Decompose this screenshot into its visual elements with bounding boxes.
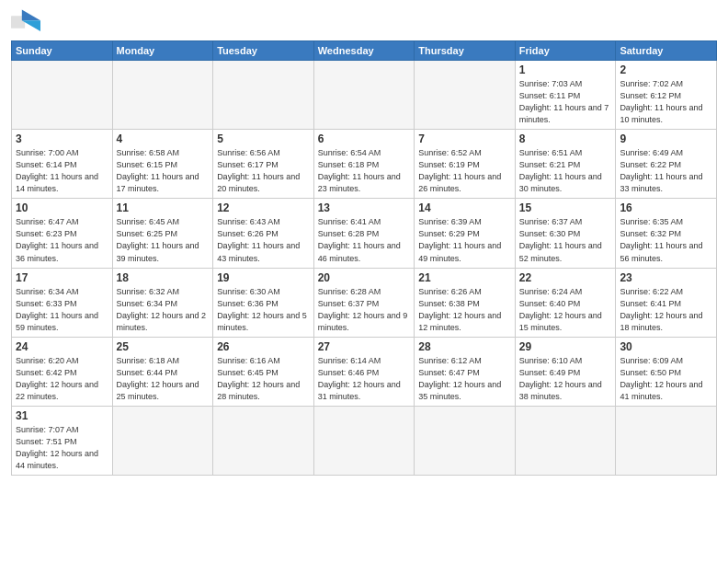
day-info: Sunrise: 6:26 AM Sunset: 6:38 PM Dayligh… [418,286,511,334]
day-info: Sunrise: 6:32 AM Sunset: 6:34 PM Dayligh… [117,286,210,334]
day-info: Sunrise: 6:16 AM Sunset: 6:45 PM Dayligh… [217,355,310,403]
day-info: Sunrise: 6:20 AM Sunset: 6:42 PM Dayligh… [16,355,108,403]
day-number: 9 [620,132,712,145]
calendar-cell: 9Sunrise: 6:49 AM Sunset: 6:22 PM Daylig… [616,130,717,199]
calendar-header-monday: Monday [112,41,213,61]
day-info: Sunrise: 6:22 AM Sunset: 6:41 PM Dayligh… [620,286,712,334]
day-number: 6 [318,132,411,145]
calendar-header-sunday: Sunday [12,41,113,61]
calendar-cell: 17Sunrise: 6:34 AM Sunset: 6:33 PM Dayli… [12,268,113,337]
day-number: 14 [418,201,511,214]
day-info: Sunrise: 6:10 AM Sunset: 6:49 PM Dayligh… [519,355,612,403]
calendar-cell [313,406,415,475]
calendar-cell: 29Sunrise: 6:10 AM Sunset: 6:49 PM Dayli… [515,337,616,406]
calendar-cell: 23Sunrise: 6:22 AM Sunset: 6:41 PM Dayli… [616,268,717,337]
page: SundayMondayTuesdayWednesdayThursdayFrid… [0,0,728,563]
day-number: 19 [217,271,310,284]
day-info: Sunrise: 6:24 AM Sunset: 6:40 PM Dayligh… [519,286,612,334]
calendar-cell: 12Sunrise: 6:43 AM Sunset: 6:26 PM Dayli… [213,199,314,268]
calendar-cell: 8Sunrise: 6:51 AM Sunset: 6:21 PM Daylig… [515,130,616,199]
day-number: 16 [620,201,712,214]
day-number: 25 [117,340,210,353]
calendar-cell [12,61,113,130]
day-number: 15 [519,201,612,214]
day-number: 20 [318,271,411,284]
calendar-cell: 19Sunrise: 6:30 AM Sunset: 6:36 PM Dayli… [213,268,314,337]
day-info: Sunrise: 6:58 AM Sunset: 6:15 PM Dayligh… [117,147,210,195]
calendar-cell: 18Sunrise: 6:32 AM Sunset: 6:34 PM Dayli… [112,268,213,337]
day-info: Sunrise: 6:37 AM Sunset: 6:30 PM Dayligh… [519,216,612,264]
day-info: Sunrise: 7:02 AM Sunset: 6:12 PM Dayligh… [620,78,712,126]
calendar-header-tuesday: Tuesday [213,41,314,61]
calendar-cell: 16Sunrise: 6:35 AM Sunset: 6:32 PM Dayli… [616,199,717,268]
day-info: Sunrise: 6:18 AM Sunset: 6:44 PM Dayligh… [117,355,210,403]
day-number: 30 [620,340,712,353]
calendar-table: SundayMondayTuesdayWednesdayThursdayFrid… [11,40,717,476]
calendar-cell: 5Sunrise: 6:56 AM Sunset: 6:17 PM Daylig… [213,130,314,199]
calendar-cell [415,406,516,475]
day-info: Sunrise: 6:34 AM Sunset: 6:33 PM Dayligh… [16,286,108,334]
calendar-cell: 1Sunrise: 7:03 AM Sunset: 6:11 PM Daylig… [515,61,616,130]
day-number: 10 [16,201,108,214]
day-info: Sunrise: 6:54 AM Sunset: 6:18 PM Dayligh… [318,147,411,195]
calendar-week-5: 24Sunrise: 6:20 AM Sunset: 6:42 PM Dayli… [12,337,717,406]
day-info: Sunrise: 7:00 AM Sunset: 6:14 PM Dayligh… [16,147,108,195]
day-info: Sunrise: 6:45 AM Sunset: 6:25 PM Dayligh… [117,216,210,264]
day-info: Sunrise: 6:41 AM Sunset: 6:28 PM Dayligh… [318,216,411,264]
calendar-cell: 20Sunrise: 6:28 AM Sunset: 6:37 PM Dayli… [313,268,415,337]
calendar-header-thursday: Thursday [415,41,516,61]
day-info: Sunrise: 6:09 AM Sunset: 6:50 PM Dayligh… [620,355,712,403]
calendar-cell: 6Sunrise: 6:54 AM Sunset: 6:18 PM Daylig… [313,130,415,199]
calendar-week-1: 1Sunrise: 7:03 AM Sunset: 6:11 PM Daylig… [12,61,717,130]
calendar-cell [213,61,314,130]
calendar-cell: 4Sunrise: 6:58 AM Sunset: 6:15 PM Daylig… [112,130,213,199]
calendar-cell: 21Sunrise: 6:26 AM Sunset: 6:38 PM Dayli… [415,268,516,337]
day-number: 4 [117,132,210,145]
logo [11,9,44,35]
day-info: Sunrise: 6:12 AM Sunset: 6:47 PM Dayligh… [418,355,511,403]
day-number: 28 [418,340,511,353]
day-info: Sunrise: 6:43 AM Sunset: 6:26 PM Dayligh… [217,216,310,264]
calendar-cell [616,406,717,475]
calendar-week-3: 10Sunrise: 6:47 AM Sunset: 6:23 PM Dayli… [12,199,717,268]
calendar-cell: 13Sunrise: 6:41 AM Sunset: 6:28 PM Dayli… [313,199,415,268]
day-info: Sunrise: 7:03 AM Sunset: 6:11 PM Dayligh… [519,78,612,126]
day-info: Sunrise: 6:39 AM Sunset: 6:29 PM Dayligh… [418,216,511,264]
calendar-header-row: SundayMondayTuesdayWednesdayThursdayFrid… [12,41,717,61]
day-number: 11 [117,201,210,214]
calendar-cell: 27Sunrise: 6:14 AM Sunset: 6:46 PM Dayli… [313,337,415,406]
day-info: Sunrise: 6:52 AM Sunset: 6:19 PM Dayligh… [418,147,511,195]
calendar-cell: 2Sunrise: 7:02 AM Sunset: 6:12 PM Daylig… [616,61,717,130]
day-info: Sunrise: 7:07 AM Sunset: 7:51 PM Dayligh… [16,424,108,472]
day-number: 5 [217,132,310,145]
day-info: Sunrise: 6:49 AM Sunset: 6:22 PM Dayligh… [620,147,712,195]
calendar-cell: 11Sunrise: 6:45 AM Sunset: 6:25 PM Dayli… [112,199,213,268]
day-number: 8 [519,132,612,145]
calendar-cell: 3Sunrise: 7:00 AM Sunset: 6:14 PM Daylig… [12,130,113,199]
calendar-cell: 15Sunrise: 6:37 AM Sunset: 6:30 PM Dayli… [515,199,616,268]
calendar-cell: 24Sunrise: 6:20 AM Sunset: 6:42 PM Dayli… [12,337,113,406]
header [11,9,717,35]
day-number: 21 [418,271,511,284]
calendar-week-6: 31Sunrise: 7:07 AM Sunset: 7:51 PM Dayli… [12,406,717,475]
day-info: Sunrise: 6:28 AM Sunset: 6:37 PM Dayligh… [318,286,411,334]
calendar-cell [313,61,415,130]
day-number: 2 [620,63,712,76]
calendar-week-2: 3Sunrise: 7:00 AM Sunset: 6:14 PM Daylig… [12,130,717,199]
day-number: 7 [418,132,511,145]
calendar-cell [415,61,516,130]
day-number: 1 [519,63,612,76]
calendar-cell: 30Sunrise: 6:09 AM Sunset: 6:50 PM Dayli… [616,337,717,406]
calendar-cell: 28Sunrise: 6:12 AM Sunset: 6:47 PM Dayli… [415,337,516,406]
day-number: 26 [217,340,310,353]
calendar-header-friday: Friday [515,41,616,61]
calendar-cell: 7Sunrise: 6:52 AM Sunset: 6:19 PM Daylig… [415,130,516,199]
day-number: 12 [217,201,310,214]
day-info: Sunrise: 6:47 AM Sunset: 6:23 PM Dayligh… [16,216,108,264]
day-number: 31 [16,409,108,422]
day-number: 17 [16,271,108,284]
day-number: 13 [318,201,411,214]
day-number: 18 [117,271,210,284]
calendar-week-4: 17Sunrise: 6:34 AM Sunset: 6:33 PM Dayli… [12,268,717,337]
calendar-cell: 26Sunrise: 6:16 AM Sunset: 6:45 PM Dayli… [213,337,314,406]
